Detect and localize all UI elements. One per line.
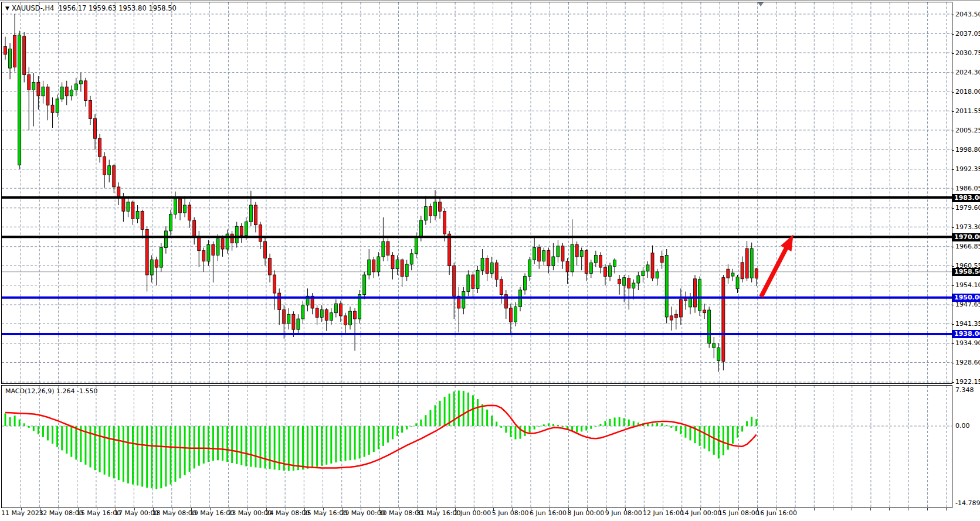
price-axis-label: 2043.50 bbox=[955, 11, 980, 18]
candle-body bbox=[613, 260, 616, 267]
time-axis-tick bbox=[795, 508, 795, 510]
symbol-period-label: XAUUSD-,H4 bbox=[12, 4, 55, 12]
macd-canvas[interactable] bbox=[2, 386, 952, 508]
candle-body bbox=[694, 279, 697, 307]
price-axis-tick bbox=[952, 34, 954, 35]
candle-body bbox=[184, 205, 186, 213]
candle-body bbox=[245, 222, 247, 235]
candle-body bbox=[547, 251, 550, 266]
chart-title: ▼XAUUSD-,H4 1956.17 1959.63 1953.80 1958… bbox=[5, 4, 177, 12]
candle-body bbox=[259, 225, 262, 241]
price-axis-tick bbox=[952, 227, 954, 228]
time-axis-tick bbox=[474, 508, 474, 510]
candle-body bbox=[188, 205, 191, 220]
candle-body bbox=[708, 310, 711, 343]
time-axis-tick bbox=[889, 508, 890, 510]
time-axis-tick bbox=[455, 508, 456, 510]
candle-body bbox=[698, 280, 701, 311]
price-level-badge: 1970.00 bbox=[952, 233, 980, 241]
time-axis-tick bbox=[304, 508, 305, 510]
candle-body bbox=[28, 75, 30, 90]
candle-body bbox=[60, 87, 63, 99]
price-chart-canvas[interactable] bbox=[2, 2, 952, 383]
price-axis-tick bbox=[952, 363, 954, 363]
price-axis-tick bbox=[952, 382, 954, 383]
time-axis-tick bbox=[436, 508, 437, 510]
time-axis-label: 9 Jun 08:00 bbox=[605, 509, 642, 517]
candle-body bbox=[594, 255, 597, 263]
candle-body bbox=[462, 291, 465, 308]
time-axis-tick bbox=[266, 508, 267, 510]
candle-body bbox=[717, 348, 720, 360]
candle-body bbox=[235, 226, 238, 243]
time-axis-tick bbox=[229, 508, 229, 510]
time-axis-tick bbox=[493, 508, 494, 510]
price-axis-tick bbox=[952, 131, 954, 131]
time-axis-tick bbox=[531, 508, 531, 510]
candle-body bbox=[424, 207, 427, 220]
price-axis-label: 1934.90 bbox=[955, 339, 980, 347]
candle-body bbox=[391, 255, 394, 268]
ohlc-readout: 1956.17 1959.63 1953.80 1958.50 bbox=[59, 4, 177, 12]
candle-body bbox=[368, 260, 371, 275]
candle-body bbox=[472, 275, 474, 288]
candle-body bbox=[727, 269, 730, 278]
candle-body bbox=[514, 307, 517, 322]
candle-body bbox=[84, 81, 87, 101]
price-axis-tick bbox=[952, 53, 954, 54]
price-axis-label: 1979.60 bbox=[955, 204, 980, 212]
macd-indicator-panel[interactable] bbox=[1, 385, 952, 508]
time-axis-tick bbox=[323, 508, 324, 510]
time-axis-label: 6 Jun 16:00 bbox=[530, 509, 567, 517]
candle-body bbox=[410, 254, 413, 264]
price-axis-tick bbox=[952, 305, 954, 305]
candle-body bbox=[434, 202, 437, 216]
candle-body bbox=[127, 202, 130, 212]
symbol-dropdown-icon[interactable]: ▼ bbox=[5, 5, 9, 11]
candle-body bbox=[372, 260, 375, 272]
candle-body bbox=[571, 244, 574, 272]
price-level-badge: 1950.00 bbox=[952, 294, 980, 302]
candle-body bbox=[131, 202, 134, 219]
candle-body bbox=[207, 244, 210, 261]
time-axis-tick bbox=[833, 508, 833, 510]
candle-body bbox=[642, 271, 645, 275]
time-axis-tick bbox=[681, 508, 682, 510]
candle-body bbox=[443, 211, 446, 234]
candle-body bbox=[283, 310, 286, 324]
candle-body bbox=[745, 248, 748, 278]
candle-body bbox=[538, 247, 541, 261]
price-chart-panel[interactable] bbox=[1, 2, 952, 384]
candle-body bbox=[278, 293, 281, 309]
price-axis-label: 2011.55 bbox=[955, 107, 980, 115]
candle-body bbox=[651, 253, 654, 278]
candle-body bbox=[349, 311, 352, 325]
candle-body bbox=[731, 273, 734, 276]
time-axis-tick bbox=[21, 508, 22, 510]
macd-signal-value: -1.550 bbox=[77, 387, 97, 395]
price-axis-tick bbox=[952, 73, 954, 73]
price-level-badge: 1938.00 bbox=[952, 330, 980, 338]
time-axis-tick bbox=[908, 508, 908, 510]
time-axis-tick bbox=[587, 508, 588, 510]
price-level-badge: 1958.50 bbox=[952, 268, 980, 276]
candle-body bbox=[656, 272, 659, 278]
price-axis-tick bbox=[952, 189, 954, 189]
candle-body bbox=[70, 90, 73, 96]
candles[interactable] bbox=[4, 14, 758, 372]
candle-body bbox=[561, 246, 564, 261]
macd-label: MACD(12,26,9) 1.264 -1.550 bbox=[5, 387, 98, 395]
candle-body bbox=[249, 205, 252, 222]
candle-body bbox=[344, 316, 347, 325]
candle-body bbox=[103, 156, 106, 175]
candle-body bbox=[254, 205, 257, 225]
time-axis-tick bbox=[191, 508, 192, 510]
time-axis-tick bbox=[927, 508, 928, 510]
candle-body bbox=[117, 187, 120, 197]
candle-body bbox=[618, 279, 621, 284]
candle-body bbox=[439, 202, 442, 212]
chart-shift-marker-icon[interactable] bbox=[758, 2, 764, 6]
candle-body bbox=[65, 87, 68, 96]
candle-body bbox=[216, 239, 219, 255]
time-axis-label: 8 Jun 00:00 bbox=[567, 509, 604, 517]
